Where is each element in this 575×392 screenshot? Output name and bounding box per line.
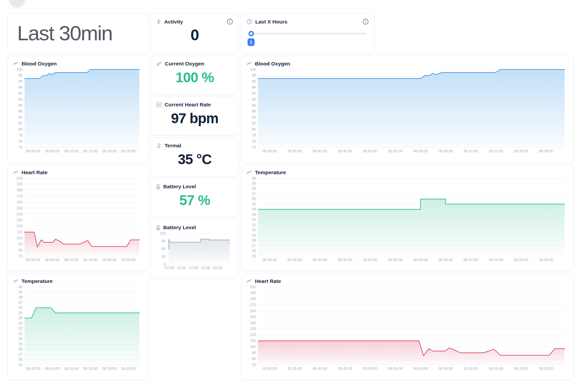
svg-text:05:30:00: 05:30:00 <box>262 149 277 153</box>
pulse-chart-icon <box>156 102 162 107</box>
slider-track[interactable] <box>249 33 366 34</box>
chart-title: Heart Rate <box>255 278 281 284</box>
svg-text:36: 36 <box>252 197 256 201</box>
chart-title: Temperature <box>21 278 53 284</box>
info-icon[interactable] <box>362 18 369 25</box>
svg-text:120: 120 <box>160 231 166 235</box>
svg-text:80: 80 <box>18 248 23 252</box>
heart-rate-30min-chart: 2001901801701601501401301201101009080700… <box>13 176 143 263</box>
svg-text:90: 90 <box>18 97 23 101</box>
svg-text:05:45:00: 05:45:00 <box>338 149 352 153</box>
svg-text:06:05:00: 06:05:00 <box>45 258 59 262</box>
svg-text:28: 28 <box>18 347 23 351</box>
svg-text:06:15:00: 06:15:00 <box>83 258 98 262</box>
svg-text:140: 140 <box>250 321 256 325</box>
svg-text:130: 130 <box>250 327 256 331</box>
svg-text:90: 90 <box>252 351 256 355</box>
svg-text:88: 88 <box>252 103 256 107</box>
svg-text:31: 31 <box>252 223 256 227</box>
slider-handle[interactable] <box>249 31 254 36</box>
person-icon <box>156 19 161 24</box>
svg-text:35: 35 <box>252 202 256 206</box>
svg-text:80: 80 <box>252 127 256 131</box>
svg-text:27: 27 <box>252 244 256 248</box>
temperature-1h-chart: 4039383736353433323130292827262505:30:00… <box>247 176 568 263</box>
svg-text:33: 33 <box>252 212 256 216</box>
svg-text:06:10:00: 06:10:00 <box>64 258 79 262</box>
health-dashboard: Last 30min Activity 0 Last X Hours <box>0 0 575 392</box>
svg-text:29: 29 <box>252 233 256 237</box>
svg-text:05:35:00: 05:35:00 <box>288 258 302 262</box>
svg-text:76: 76 <box>18 139 23 143</box>
svg-text:06:10:00: 06:10:00 <box>463 258 478 262</box>
svg-text:06:00:00: 06:00:00 <box>26 149 40 153</box>
svg-text:92: 92 <box>18 91 23 95</box>
battery-history-card: Battery Level 120906030007:0012:0017:002… <box>150 219 239 279</box>
svg-text:06:15:00: 06:15:00 <box>83 366 98 371</box>
svg-text:25: 25 <box>18 363 23 367</box>
temperature-30min-card: Temperature 4039383736353433323130292827… <box>7 273 148 380</box>
stat-label: Current Oxygen <box>165 61 204 67</box>
svg-text:200: 200 <box>16 176 23 180</box>
svg-text:06:20:00: 06:20:00 <box>514 258 528 262</box>
hours-label: Last X Hours <box>255 19 288 25</box>
svg-text:05:40:00: 05:40:00 <box>313 258 327 262</box>
svg-text:38: 38 <box>252 186 256 190</box>
svg-text:150: 150 <box>250 315 256 319</box>
hours-slider[interactable]: 1 <box>249 33 366 34</box>
battery-icon <box>156 184 160 189</box>
svg-text:06:15:00: 06:15:00 <box>83 149 98 153</box>
svg-text:A: A <box>160 143 161 145</box>
svg-text:06:00:00: 06:00:00 <box>26 366 40 371</box>
svg-text:100: 100 <box>16 236 23 240</box>
floating-action-button[interactable] <box>9 0 25 7</box>
heart-rate-1h-card: Heart Rate 20019018017016015014013012011… <box>241 273 574 380</box>
svg-text:94: 94 <box>252 85 256 89</box>
line-chart-icon <box>247 61 252 66</box>
svg-text:84: 84 <box>252 115 256 119</box>
chart-title: Heart Rate <box>21 169 48 176</box>
svg-text:70: 70 <box>252 363 256 367</box>
svg-text:120: 120 <box>250 333 256 337</box>
svg-text:06:20:00: 06:20:00 <box>514 366 528 371</box>
svg-text:03:00: 03:00 <box>213 266 222 270</box>
svg-text:29: 29 <box>18 342 23 346</box>
blood-oxygen-1h-chart: 1009896949290888684828078767405:30:0005:… <box>247 67 568 154</box>
svg-text:74: 74 <box>18 145 23 149</box>
battery-icon <box>156 225 160 230</box>
svg-text:39: 39 <box>252 181 256 185</box>
line-chart-icon <box>13 170 18 175</box>
stat-label: Battery Level <box>163 184 196 190</box>
svg-text:33: 33 <box>18 321 23 325</box>
svg-text:35: 35 <box>18 311 23 315</box>
svg-text:25: 25 <box>252 254 256 258</box>
svg-text:170: 170 <box>250 303 256 307</box>
svg-text:60: 60 <box>162 247 166 251</box>
svg-text:94: 94 <box>18 85 23 89</box>
svg-text:74: 74 <box>252 145 256 149</box>
svg-text:06:25:00: 06:25:00 <box>539 258 554 262</box>
svg-text:06:10:00: 06:10:00 <box>463 149 478 153</box>
activity-value: 0 <box>156 26 233 44</box>
svg-text:06:20:00: 06:20:00 <box>514 149 528 153</box>
svg-text:120: 120 <box>16 224 23 228</box>
svg-text:17:00: 17:00 <box>189 266 198 270</box>
svg-text:05:55:00: 05:55:00 <box>388 366 403 371</box>
svg-text:06:25:00: 06:25:00 <box>539 366 554 371</box>
activity-card: Activity 0 <box>150 13 239 54</box>
info-icon[interactable] <box>227 18 233 25</box>
activity-label: Activity <box>164 19 183 25</box>
last-x-hours-card: Last X Hours 1 <box>241 13 374 54</box>
svg-text:06:20:00: 06:20:00 <box>102 258 117 262</box>
termal-card: A Termal 35 °C <box>150 138 239 177</box>
svg-text:130: 130 <box>16 218 23 222</box>
blood-oxygen-30min-chart: 1009896949290888684828078767406:00:0006:… <box>13 67 143 154</box>
current-heart-rate-card: Current Heart Rate 97 bpm <box>150 97 239 136</box>
svg-text:76: 76 <box>252 139 256 143</box>
svg-text:180: 180 <box>16 188 23 192</box>
svg-text:28: 28 <box>252 238 256 242</box>
svg-text:05:30:00: 05:30:00 <box>262 258 277 262</box>
svg-text:34: 34 <box>252 207 256 211</box>
battery-level-value: 57 % <box>156 192 233 209</box>
slider-value-badge: 1 <box>248 38 255 46</box>
